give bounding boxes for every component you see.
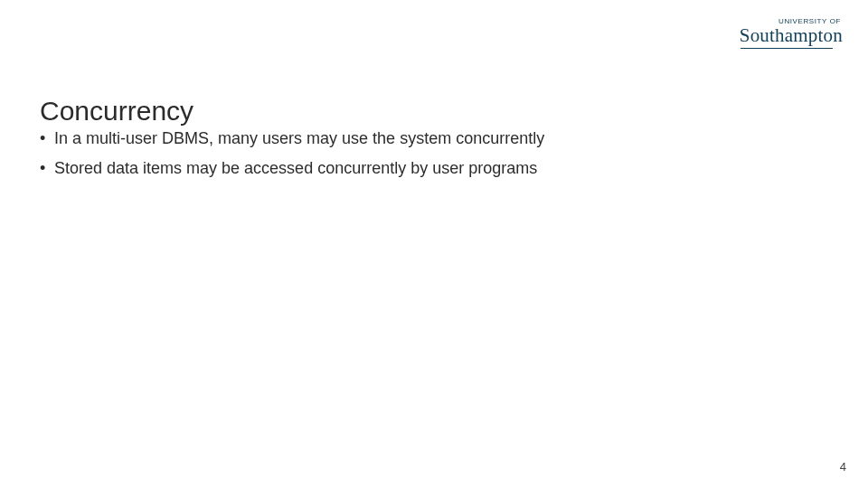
logo-wordmark-tail: n [833,24,843,46]
slide: UNIVERSITY OF Southampton Concurrency In… [0,0,868,488]
bullet-item: Stored data items may be accessed concur… [40,156,814,181]
logo-wordmark-underlined: Southampto [740,24,834,46]
university-logo: UNIVERSITY OF Southampton [740,18,843,45]
logo-wordmark: Southampton [740,24,843,46]
bullet-item: In a multi-user DBMS, many users may use… [40,127,814,151]
bullet-list: In a multi-user DBMS, many users may use… [40,127,814,186]
slide-title: Concurrency [40,96,193,127]
page-number: 4 [840,460,846,474]
